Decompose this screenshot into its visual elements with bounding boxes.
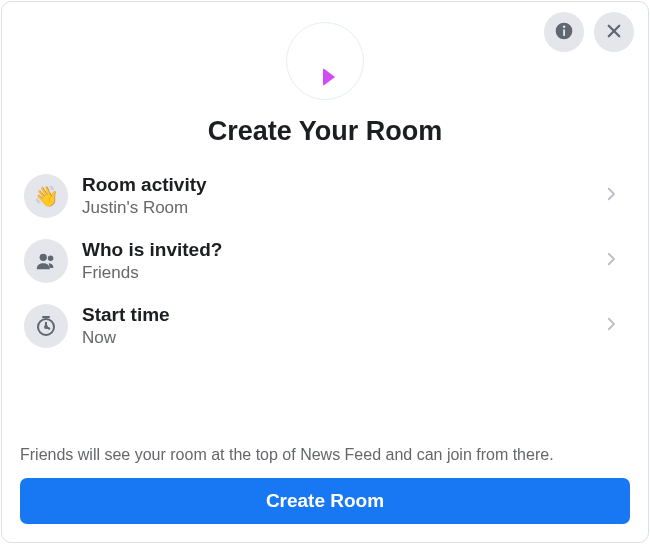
row-subtitle: Justin's Room bbox=[82, 197, 602, 218]
chevron-right-icon bbox=[602, 315, 626, 337]
row-start-time[interactable]: Start time Now bbox=[20, 293, 630, 358]
clock-icon bbox=[24, 304, 68, 348]
chevron-right-icon bbox=[602, 250, 626, 272]
wave-icon: 👋 bbox=[24, 174, 68, 218]
row-subtitle: Friends bbox=[82, 262, 602, 283]
chevron-right-icon bbox=[602, 185, 626, 207]
topbar bbox=[544, 12, 634, 52]
info-icon bbox=[554, 21, 574, 44]
row-room-activity[interactable]: 👋 Room activity Justin's Room bbox=[20, 163, 630, 228]
svg-point-2 bbox=[563, 25, 566, 28]
row-title: Room activity bbox=[82, 173, 602, 197]
create-room-dialog: Create Your Room 👋 Room activity Justin'… bbox=[1, 1, 649, 543]
room-icon-button[interactable] bbox=[286, 22, 364, 100]
svg-point-12 bbox=[45, 326, 47, 328]
svg-point-8 bbox=[48, 255, 54, 261]
row-text: Start time Now bbox=[68, 303, 602, 348]
create-room-button[interactable]: Create Room bbox=[20, 478, 630, 524]
visibility-note: Friends will see your room at the top of… bbox=[20, 446, 630, 464]
row-text: Who is invited? Friends bbox=[68, 238, 602, 283]
row-who-invited[interactable]: Who is invited? Friends bbox=[20, 228, 630, 293]
svg-point-7 bbox=[40, 253, 47, 260]
people-icon bbox=[24, 239, 68, 283]
close-button[interactable] bbox=[594, 12, 634, 52]
page-title: Create Your Room bbox=[20, 116, 630, 147]
info-button[interactable] bbox=[544, 12, 584, 52]
row-title: Who is invited? bbox=[82, 238, 602, 262]
options-list: 👋 Room activity Justin's Room Who is inv… bbox=[20, 163, 630, 358]
row-text: Room activity Justin's Room bbox=[68, 173, 602, 218]
row-title: Start time bbox=[82, 303, 602, 327]
row-subtitle: Now bbox=[82, 327, 602, 348]
close-icon bbox=[605, 22, 623, 43]
svg-rect-1 bbox=[563, 29, 565, 36]
hero bbox=[20, 22, 630, 100]
